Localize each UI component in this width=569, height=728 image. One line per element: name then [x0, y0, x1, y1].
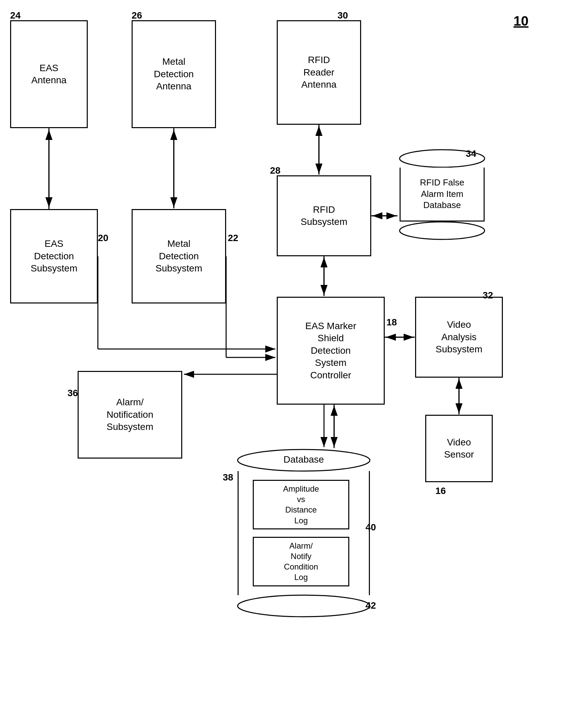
eas-detection-label: EASDetectionSubsystem: [31, 238, 78, 274]
amplitude-log-box: AmplitudevsDistanceLog: [253, 480, 349, 529]
video-sensor-num: 16: [435, 486, 446, 496]
alarm-log-box: Alarm/NotifyConditionLog: [253, 537, 349, 586]
eas-detection-num: 20: [98, 233, 108, 243]
alarm-notification-box: Alarm/NotificationSubsystem: [78, 371, 182, 459]
svg-point-4: [238, 595, 370, 617]
alarm-log-label: Alarm/NotifyConditionLog: [284, 541, 318, 582]
eas-antenna-box: EASAntenna: [10, 20, 88, 128]
video-analysis-num: 32: [483, 290, 493, 301]
eas-marker-label: EAS MarkerShieldDetectionSystemControlle…: [305, 320, 356, 381]
rfid-false-alarm-num: 34: [466, 148, 476, 159]
diagram-title: 10: [514, 13, 529, 29]
metal-antenna-label: MetalDetectionAntenna: [154, 56, 194, 92]
database-cylinder: Database AmplitudevsDistanceLog 40 Alarm…: [236, 448, 371, 618]
alarm-notification-label: Alarm/NotificationSubsystem: [107, 396, 154, 433]
metal-antenna-box: MetalDetectionAntenna: [132, 20, 216, 128]
rfid-antenna-label: RFIDReaderAntenna: [301, 54, 336, 91]
svg-point-1: [400, 222, 485, 239]
eas-marker-num: 18: [386, 317, 397, 328]
video-analysis-label: VideoAnalysisSubsystem: [436, 319, 483, 355]
database-num: 38: [223, 472, 233, 483]
metal-detection-num: 22: [228, 233, 238, 243]
eas-detection-box: EASDetectionSubsystem: [10, 209, 98, 303]
diagram-container: 10 EASAntenna 24 MetalDetectionAntenna 2…: [0, 0, 569, 728]
rfid-false-alarm-label: RFID FalseAlarm ItemDatabase: [420, 177, 464, 211]
video-sensor-label: VideoSensor: [444, 436, 474, 461]
rfid-antenna-box: RFIDReaderAntenna: [277, 20, 361, 125]
metal-antenna-num: 26: [132, 10, 142, 21]
rfid-subsystem-label: RFIDSubsystem: [301, 204, 348, 228]
rfid-subsystem-box: RFIDSubsystem: [277, 175, 371, 256]
rfid-antenna-num: 30: [337, 10, 348, 21]
metal-detection-box: MetalDetectionSubsystem: [132, 209, 226, 303]
eas-antenna-label: EASAntenna: [31, 62, 66, 87]
rfid-false-alarm-cylinder: RFID FalseAlarm ItemDatabase: [398, 148, 486, 241]
eas-antenna-num: 24: [10, 10, 21, 21]
alarm-log-num-label: 42: [365, 600, 376, 611]
svg-text:Database: Database: [283, 454, 324, 465]
amplitude-log-label: AmplitudevsDistanceLog: [283, 484, 319, 525]
video-sensor-box: VideoSensor: [425, 415, 493, 482]
rfid-subsystem-num: 28: [270, 165, 280, 176]
alarm-notification-num: 36: [67, 388, 78, 399]
amplitude-log-num-label: 40: [365, 522, 376, 533]
metal-detection-label: MetalDetectionSubsystem: [156, 238, 202, 274]
eas-marker-box: EAS MarkerShieldDetectionSystemControlle…: [277, 297, 385, 405]
video-analysis-box: VideoAnalysisSubsystem: [415, 297, 503, 378]
